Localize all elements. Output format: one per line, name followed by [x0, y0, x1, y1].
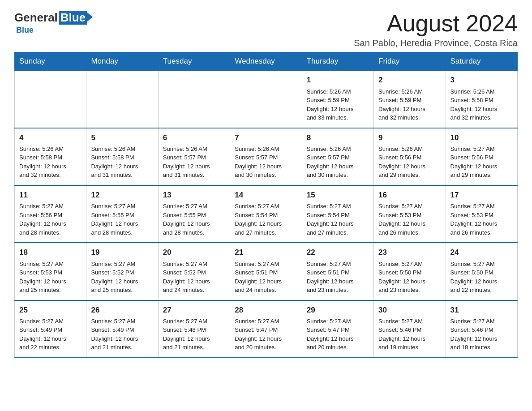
calendar-cell: 17Sunrise: 5:27 AMSunset: 5:53 PMDayligh…	[446, 185, 517, 243]
location-title: San Pablo, Heredia Province, Costa Rica	[354, 38, 518, 48]
calendar-cell: 4Sunrise: 5:26 AMSunset: 5:58 PMDaylight…	[15, 128, 86, 185]
day-number: 5	[91, 132, 153, 144]
weekday-header-friday: Friday	[374, 52, 446, 71]
day-info: Sunrise: 5:27 AMSunset: 5:47 PMDaylight:…	[307, 317, 369, 352]
weekday-header-tuesday: Tuesday	[158, 52, 230, 71]
day-number: 20	[163, 247, 225, 258]
day-number: 21	[235, 247, 297, 258]
calendar-cell: 14Sunrise: 5:27 AMSunset: 5:54 PMDayligh…	[230, 185, 302, 243]
day-number: 15	[307, 189, 369, 201]
day-info: Sunrise: 5:26 AMSunset: 5:59 PMDaylight:…	[307, 87, 369, 122]
day-info: Sunrise: 5:27 AMSunset: 5:49 PMDaylight:…	[91, 317, 153, 352]
day-info: Sunrise: 5:26 AMSunset: 5:58 PMDaylight:…	[19, 145, 82, 180]
day-info: Sunrise: 5:27 AMSunset: 5:46 PMDaylight:…	[450, 317, 513, 352]
weekday-header-saturday: Saturday	[446, 52, 517, 71]
title-area: August 2024 San Pablo, Heredia Province,…	[354, 11, 518, 48]
day-info: Sunrise: 5:26 AMSunset: 5:59 PMDaylight:…	[378, 87, 441, 122]
calendar-cell: 7Sunrise: 5:26 AMSunset: 5:57 PMDaylight…	[230, 128, 302, 185]
calendar-cell: 31Sunrise: 5:27 AMSunset: 5:46 PMDayligh…	[446, 300, 517, 358]
day-number: 30	[378, 304, 441, 316]
day-info: Sunrise: 5:26 AMSunset: 5:56 PMDaylight:…	[378, 145, 441, 180]
day-number: 23	[378, 247, 441, 258]
day-info: Sunrise: 5:27 AMSunset: 5:54 PMDaylight:…	[235, 202, 297, 237]
calendar-cell: 24Sunrise: 5:27 AMSunset: 5:50 PMDayligh…	[446, 243, 517, 300]
calendar-cell: 9Sunrise: 5:26 AMSunset: 5:56 PMDaylight…	[374, 128, 446, 185]
day-info: Sunrise: 5:27 AMSunset: 5:51 PMDaylight:…	[235, 260, 297, 295]
calendar-cell: 6Sunrise: 5:26 AMSunset: 5:57 PMDaylight…	[158, 128, 230, 185]
day-number: 7	[235, 132, 297, 144]
day-info: Sunrise: 5:26 AMSunset: 5:57 PMDaylight:…	[163, 145, 225, 180]
day-info: Sunrise: 5:27 AMSunset: 5:48 PMDaylight:…	[163, 317, 225, 352]
weekday-header-sunday: Sunday	[15, 52, 86, 71]
weekday-header-thursday: Thursday	[302, 52, 373, 71]
day-number: 22	[307, 247, 369, 258]
day-info: Sunrise: 5:26 AMSunset: 5:57 PMDaylight:…	[235, 145, 297, 180]
day-info: Sunrise: 5:27 AMSunset: 5:47 PMDaylight:…	[235, 317, 297, 352]
calendar-cell: 30Sunrise: 5:27 AMSunset: 5:46 PMDayligh…	[374, 300, 446, 358]
day-number: 8	[307, 132, 369, 144]
week-row-1: 1Sunrise: 5:26 AMSunset: 5:59 PMDaylight…	[15, 71, 518, 128]
day-info: Sunrise: 5:27 AMSunset: 5:52 PMDaylight:…	[91, 260, 153, 295]
calendar-cell	[86, 71, 158, 128]
month-title: August 2024	[354, 11, 518, 36]
day-number: 27	[163, 304, 225, 316]
day-info: Sunrise: 5:27 AMSunset: 5:53 PMDaylight:…	[378, 202, 441, 237]
day-info: Sunrise: 5:27 AMSunset: 5:50 PMDaylight:…	[378, 260, 441, 295]
day-number: 10	[450, 132, 513, 144]
day-number: 13	[163, 189, 225, 201]
week-row-3: 11Sunrise: 5:27 AMSunset: 5:56 PMDayligh…	[15, 185, 518, 243]
day-number: 18	[19, 247, 82, 258]
calendar-cell: 27Sunrise: 5:27 AMSunset: 5:48 PMDayligh…	[158, 300, 230, 358]
logo-blue-box: Blue	[59, 11, 87, 25]
day-info: Sunrise: 5:27 AMSunset: 5:53 PMDaylight:…	[450, 202, 513, 237]
day-number: 29	[307, 304, 369, 316]
day-info: Sunrise: 5:27 AMSunset: 5:50 PMDaylight:…	[450, 260, 513, 295]
day-number: 12	[91, 189, 153, 201]
day-number: 3	[450, 74, 513, 86]
day-info: Sunrise: 5:27 AMSunset: 5:49 PMDaylight:…	[19, 317, 82, 352]
weekday-header-monday: Monday	[86, 52, 158, 71]
calendar-cell	[230, 71, 302, 128]
calendar-cell: 25Sunrise: 5:27 AMSunset: 5:49 PMDayligh…	[15, 300, 86, 358]
weekday-header-wednesday: Wednesday	[230, 52, 302, 71]
day-number: 4	[19, 132, 82, 144]
calendar-cell	[15, 71, 86, 128]
calendar-cell: 13Sunrise: 5:27 AMSunset: 5:55 PMDayligh…	[158, 185, 230, 243]
calendar-cell: 21Sunrise: 5:27 AMSunset: 5:51 PMDayligh…	[230, 243, 302, 300]
calendar-cell: 11Sunrise: 5:27 AMSunset: 5:56 PMDayligh…	[15, 185, 86, 243]
calendar-cell: 18Sunrise: 5:27 AMSunset: 5:53 PMDayligh…	[15, 243, 86, 300]
calendar-cell: 28Sunrise: 5:27 AMSunset: 5:47 PMDayligh…	[230, 300, 302, 358]
day-number: 26	[91, 304, 153, 316]
calendar-cell: 23Sunrise: 5:27 AMSunset: 5:50 PMDayligh…	[374, 243, 446, 300]
day-info: Sunrise: 5:27 AMSunset: 5:52 PMDaylight:…	[163, 260, 225, 295]
day-info: Sunrise: 5:27 AMSunset: 5:51 PMDaylight:…	[307, 260, 369, 295]
week-row-5: 25Sunrise: 5:27 AMSunset: 5:49 PMDayligh…	[15, 300, 518, 358]
calendar-cell: 29Sunrise: 5:27 AMSunset: 5:47 PMDayligh…	[302, 300, 373, 358]
day-info: Sunrise: 5:27 AMSunset: 5:55 PMDaylight:…	[91, 202, 153, 237]
calendar-cell: 22Sunrise: 5:27 AMSunset: 5:51 PMDayligh…	[302, 243, 373, 300]
calendar-cell: 2Sunrise: 5:26 AMSunset: 5:59 PMDaylight…	[374, 71, 446, 128]
calendar-cell: 8Sunrise: 5:26 AMSunset: 5:57 PMDaylight…	[302, 128, 373, 185]
logo-general-text: General	[14, 11, 58, 25]
week-row-4: 18Sunrise: 5:27 AMSunset: 5:53 PMDayligh…	[15, 243, 518, 300]
header: General Blue Blue August 2024 San Pablo,…	[14, 11, 518, 48]
day-number: 25	[19, 304, 82, 316]
day-info: Sunrise: 5:26 AMSunset: 5:58 PMDaylight:…	[450, 87, 513, 122]
day-info: Sunrise: 5:26 AMSunset: 5:57 PMDaylight:…	[307, 145, 369, 180]
day-number: 31	[450, 304, 513, 316]
calendar-header: SundayMondayTuesdayWednesdayThursdayFrid…	[15, 52, 518, 71]
day-info: Sunrise: 5:27 AMSunset: 5:53 PMDaylight:…	[19, 260, 82, 295]
day-number: 19	[91, 247, 153, 258]
day-number: 2	[378, 74, 441, 86]
day-number: 11	[19, 189, 82, 201]
week-row-2: 4Sunrise: 5:26 AMSunset: 5:58 PMDaylight…	[15, 128, 518, 185]
calendar-cell: 20Sunrise: 5:27 AMSunset: 5:52 PMDayligh…	[158, 243, 230, 300]
calendar-cell: 3Sunrise: 5:26 AMSunset: 5:58 PMDaylight…	[446, 71, 517, 128]
logo-blue-label: Blue	[16, 26, 34, 35]
calendar-cell: 5Sunrise: 5:26 AMSunset: 5:58 PMDaylight…	[86, 128, 158, 185]
calendar-cell: 1Sunrise: 5:26 AMSunset: 5:59 PMDaylight…	[302, 71, 373, 128]
day-info: Sunrise: 5:26 AMSunset: 5:58 PMDaylight:…	[91, 145, 153, 180]
day-number: 16	[378, 189, 441, 201]
day-info: Sunrise: 5:27 AMSunset: 5:46 PMDaylight:…	[378, 317, 441, 352]
calendar-cell: 12Sunrise: 5:27 AMSunset: 5:55 PMDayligh…	[86, 185, 158, 243]
